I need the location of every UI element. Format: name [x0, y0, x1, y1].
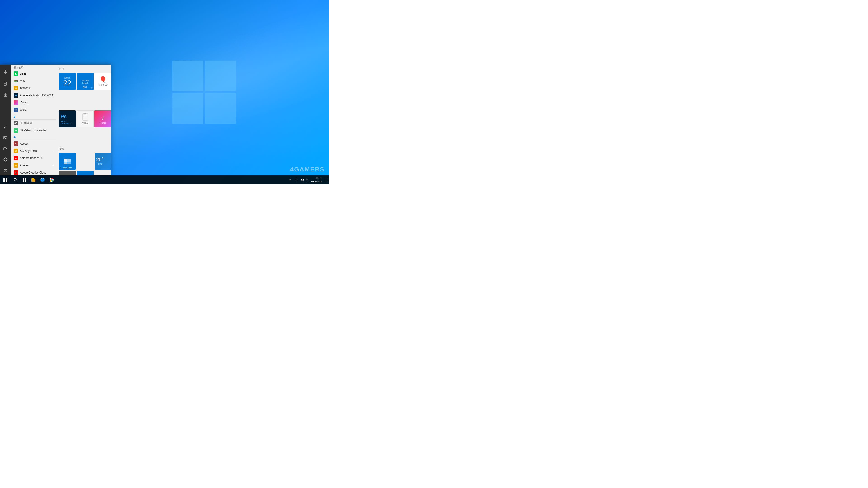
sidebar-photos[interactable] [0, 133, 10, 143]
app-item-word[interactable]: W Word [11, 106, 56, 113]
app-item-acc[interactable]: CC Adobe Creative Cloud [11, 169, 56, 175]
app-item-access[interactable]: A Access [11, 140, 56, 147]
app-item-4k[interactable]: 4K 4K Video Downloader [11, 127, 56, 134]
svg-rect-20 [67, 159, 70, 162]
adobe-label: Adobe [20, 164, 51, 167]
alpha-hash: # [11, 114, 56, 120]
line-icon: L [13, 71, 18, 76]
app-item-adobe[interactable]: 📁 Adobe › [11, 162, 56, 169]
taskbar-edge[interactable] [38, 175, 47, 184]
start-button[interactable] [0, 175, 11, 184]
app-item-ps[interactable]: Ps Adobe Photoshop CC 2019 [11, 92, 56, 99]
outlook-text: 我們支援Outlook [82, 79, 89, 84]
creation-title: 創作 [59, 67, 108, 71]
outlook-tile[interactable]: 我們支援Outlook 郵件 ✉ [76, 73, 94, 90]
svg-point-7 [6, 127, 7, 128]
ps-label: Adobe Photoshop CC 2019 [20, 94, 53, 97]
svg-rect-22 [67, 162, 70, 164]
search-tiles: Microsoft Store 25° 台北 27° 22° [59, 153, 108, 170]
weather-temp: 25° [96, 157, 103, 162]
adobe-chevron: › [53, 164, 53, 167]
app-item-itunes[interactable]: ♪ iTunes [11, 99, 56, 106]
paint3d-tile[interactable]: 🎈 小畫家 3D [94, 73, 111, 90]
acd-label: ACD Systems [20, 149, 51, 153]
ms-store-tile[interactable]: Microsoft Store [59, 153, 76, 170]
tiles-row2: Ps AdobePhotoshop C... 記事本 [59, 110, 108, 145]
notepad-label: 記事本 [82, 122, 88, 125]
taskbar-lang[interactable]: 英 [305, 178, 309, 182]
outlook-label: 郵件 [83, 86, 87, 89]
ps-tile[interactable]: Ps AdobePhotoshop C... [59, 110, 76, 127]
tray-icons [287, 177, 305, 183]
paint3d-label: 小畫家 3D [98, 84, 107, 87]
alpha-a: A [11, 134, 56, 140]
outlook-icon-small: ✉ [91, 87, 93, 89]
app-list: 最常使用 L LINE 相片 📁 檔案總管 [11, 65, 56, 175]
search-tiles-row2 [59, 170, 108, 175]
app-item-photos[interactable]: 相片 [11, 77, 56, 85]
start-menu: 最常使用 L LINE 相片 📁 檔案總管 [0, 65, 111, 175]
4k-label: 4K Video Downloader [20, 129, 53, 132]
itunes-icon: ♪ [13, 100, 18, 105]
sidebar-video[interactable] [0, 144, 10, 154]
svg-rect-33 [3, 178, 5, 180]
clock-date: 2019/5/22 [311, 180, 322, 183]
app-item-explorer[interactable]: 📁 檔案總管 [11, 85, 56, 92]
svg-rect-35 [3, 180, 5, 182]
sidebar-documents[interactable] [0, 79, 10, 89]
person-tile[interactable] [76, 170, 94, 175]
calendar-day-num: 22 [63, 79, 71, 87]
svg-rect-43 [31, 179, 35, 182]
app-item-acrobat[interactable]: A Acrobat Reader DC [11, 155, 56, 162]
photos-icon [13, 78, 18, 83]
access-label: Access [20, 142, 53, 145]
ps-tile-label: AdobePhotoshop C... [61, 120, 72, 124]
3d-label: 3D 檢視器 [20, 121, 53, 125]
svg-rect-21 [64, 162, 67, 164]
sidebar-power[interactable] [0, 165, 10, 175]
adobe-icon: 📁 [13, 163, 18, 168]
search-title: 探索 [59, 147, 108, 151]
clock-time: 15:41 [311, 176, 322, 180]
taskbar: 英 15:41 2019/5/22 [0, 175, 329, 184]
svg-rect-34 [6, 178, 7, 180]
task-view-button[interactable] [20, 175, 29, 184]
itunes-label: iTunes [20, 101, 53, 104]
system-clock[interactable]: 15:41 2019/5/22 [309, 176, 324, 184]
app-item-line[interactable]: L LINE [11, 70, 56, 77]
tray-volume[interactable] [299, 177, 305, 183]
taskbar-explorer[interactable] [29, 175, 38, 184]
calc-tile[interactable] [59, 170, 76, 175]
itunes-tile-label: iTunes [100, 122, 106, 124]
sidebar-settings[interactable] [0, 155, 10, 164]
weather-location: 台北 [96, 162, 103, 165]
search-button[interactable] [11, 175, 20, 184]
app-item-3d[interactable]: 3D 3D 檢視器 [11, 120, 56, 127]
user-avatar[interactable] [0, 66, 10, 76]
svg-rect-10 [4, 148, 6, 150]
ps-tile-icon: Ps [61, 113, 67, 120]
word-icon: W [13, 107, 18, 112]
itunes-tile[interactable]: ♪ iTunes [94, 110, 111, 127]
calendar-tile[interactable]: 星期三 22 [59, 73, 76, 90]
acd-chevron: › [53, 150, 53, 152]
tray-chevron[interactable] [287, 177, 293, 183]
word-label: Word [20, 108, 53, 111]
explorer-icon: 📁 [13, 86, 18, 90]
sidebar-downloads[interactable] [0, 90, 10, 100]
svg-rect-12 [14, 79, 18, 82]
notification-button[interactable] [324, 177, 329, 183]
svg-rect-15 [84, 113, 86, 114]
taskbar-chrome[interactable] [47, 175, 56, 184]
svg-line-38 [16, 181, 17, 182]
app-item-acd[interactable]: 📁 ACD Systems › [11, 147, 56, 155]
explorer-label: 檔案總管 [20, 86, 53, 90]
svg-point-6 [4, 128, 5, 129]
svg-rect-47 [325, 179, 328, 181]
tray-network[interactable] [293, 177, 299, 183]
start-sidebar [0, 65, 11, 175]
weather-tile[interactable]: 25° 台北 27° 22° [95, 153, 111, 170]
sidebar-music[interactable] [0, 122, 10, 132]
notepad-tile[interactable]: 記事本 [76, 110, 94, 127]
tiles-panel: 創作 星期三 22 我們支援Outlook 郵件 ✉ 🎈 [56, 65, 111, 175]
